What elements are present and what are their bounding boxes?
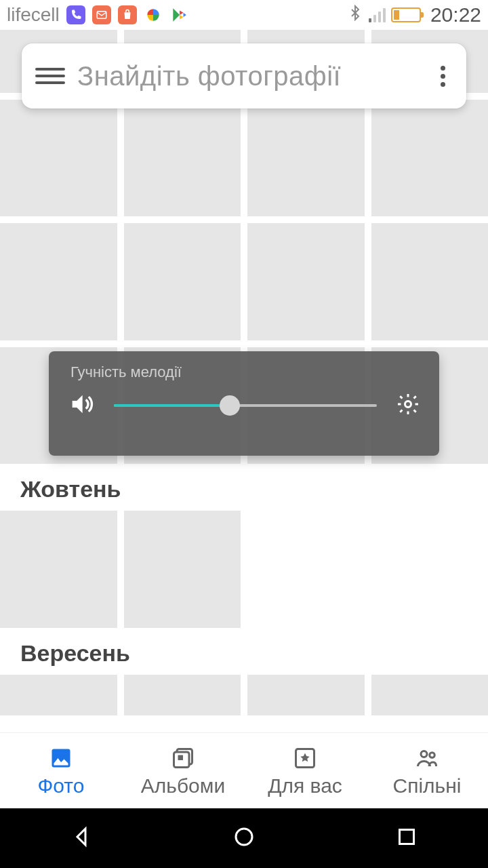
svg-rect-10 — [400, 830, 414, 844]
photo-thumb[interactable] — [247, 223, 365, 340]
svg-point-8 — [430, 752, 435, 757]
photo-thumb[interactable] — [0, 223, 117, 340]
status-left: lifecell — [7, 4, 188, 26]
search-bar[interactable]: Знайдіть фотографії — [22, 43, 466, 108]
gear-icon[interactable] — [396, 392, 420, 419]
tab-shared[interactable]: Спільні — [366, 733, 488, 808]
recents-button[interactable] — [394, 825, 419, 852]
photo-thumb[interactable] — [124, 511, 241, 628]
tab-label: Фото — [38, 774, 85, 797]
photo-thumb[interactable] — [0, 675, 117, 715]
photo-thumb[interactable] — [247, 675, 365, 715]
volume-label: Гучність мелодії — [70, 363, 420, 381]
more-icon[interactable] — [432, 66, 453, 87]
battery-icon — [391, 7, 421, 22]
albums-tab-icon — [169, 745, 197, 772]
shared-tab-icon — [413, 745, 441, 772]
speaker-icon — [68, 391, 95, 420]
search-placeholder[interactable]: Знайдіть фотографії — [65, 61, 432, 92]
photo-grid-september — [0, 675, 488, 715]
shopping-icon — [118, 5, 137, 24]
tab-label: Для вас — [268, 774, 342, 797]
photos-content[interactable]: Жовтень Вересень Знайдіть фотографії Гуч… — [0, 30, 488, 808]
tab-photos[interactable]: Фото — [0, 733, 122, 808]
photo-thumb[interactable] — [124, 223, 241, 340]
photo-thumb[interactable] — [371, 100, 489, 217]
photo-thumb[interactable] — [247, 100, 365, 217]
photo-thumb[interactable] — [371, 675, 489, 715]
volume-fill — [114, 404, 230, 407]
foryou-tab-icon — [291, 745, 319, 772]
mail-icon — [92, 5, 111, 24]
svg-point-1 — [405, 401, 411, 408]
photo-grid-october — [0, 511, 488, 628]
photo-thumb[interactable] — [124, 100, 241, 217]
menu-icon[interactable] — [35, 68, 65, 84]
svg-rect-5 — [178, 755, 184, 760]
photo-thumb[interactable] — [124, 675, 241, 715]
back-button[interactable] — [69, 825, 94, 852]
photos-tab-icon — [47, 745, 75, 772]
tab-label: Спільні — [393, 774, 462, 797]
viber-icon — [66, 5, 85, 24]
volume-panel: Гучність мелодії — [49, 351, 439, 456]
section-header-october: Жовтень — [0, 464, 488, 511]
status-bar: lifecell 20:22 — [0, 0, 488, 30]
photo-thumb[interactable] — [0, 511, 117, 628]
signal-icon — [369, 7, 386, 22]
android-navbar — [0, 808, 488, 868]
home-button[interactable] — [232, 825, 256, 852]
tab-albums[interactable]: Альбоми — [122, 733, 244, 808]
volume-slider[interactable] — [114, 404, 377, 407]
svg-point-9 — [236, 829, 252, 845]
svg-point-7 — [421, 751, 427, 757]
volume-knob[interactable] — [220, 395, 240, 416]
google-play-icon — [169, 5, 188, 24]
photo-thumb[interactable] — [0, 100, 117, 217]
bottom-tabs: Фото Альбоми Для вас Спільні — [0, 732, 488, 808]
photo-thumb[interactable] — [371, 223, 489, 340]
tab-foryou[interactable]: Для вас — [244, 733, 366, 808]
google-photos-icon — [144, 5, 163, 24]
clock-label: 20:22 — [430, 3, 481, 26]
tab-label: Альбоми — [141, 774, 225, 797]
section-header-september: Вересень — [0, 628, 488, 675]
bluetooth-icon — [347, 5, 363, 26]
status-right: 20:22 — [347, 3, 481, 26]
carrier-label: lifecell — [7, 4, 60, 26]
